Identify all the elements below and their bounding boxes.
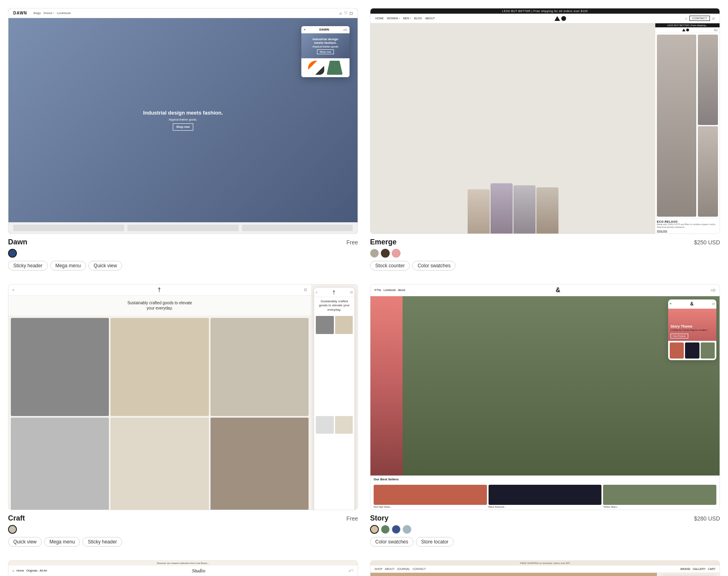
swatch-emerge-brown[interactable] xyxy=(381,249,390,258)
maker-hero-main: INTRODUCING Astrology and Zodiac Collect… xyxy=(370,573,657,576)
product-thumb-green xyxy=(327,61,343,75)
dawn-bottom-strip xyxy=(8,222,358,234)
story-mob-products xyxy=(668,341,716,360)
dawn-logo: DAWN xyxy=(13,11,27,15)
dawn-hero: Industrial design meets fashion. Atypica… xyxy=(8,18,358,222)
theme-card-emerge: LESS BUT BETTER | Free shipping for all … xyxy=(370,8,720,272)
craft-prod-6 xyxy=(211,418,309,510)
emerge-side-circle xyxy=(686,29,689,31)
emerge-hero-main xyxy=(370,23,655,234)
dawn-mobile-hero: Industrial designmeets fashion. Atypical… xyxy=(301,33,350,58)
emerge-title-row: Emerge $250 USD xyxy=(370,238,720,246)
emerge-price: $250 USD xyxy=(694,239,720,246)
swatch-story-green[interactable] xyxy=(381,525,390,534)
dawn-name: Dawn xyxy=(8,238,27,246)
emerge-side-announce: LESS BUT BETTER | Free shipping... xyxy=(655,23,720,27)
dawn-nav-links: Bags Shoes › Lookbook xyxy=(34,11,71,15)
emerge-models xyxy=(370,23,655,234)
theme-card-studio: Discover our newest collection from Leia… xyxy=(8,560,358,576)
craft-preview[interactable]: ⌕ † ◻ Sustainably crafted goods to eleva… xyxy=(8,284,358,510)
tag-mega-menu-craft[interactable]: Mega menu xyxy=(44,537,80,547)
dawn-nav-icons: ⌕ ♡ ◻ xyxy=(339,11,353,15)
maker-model-img: INTRODUCING Astrology and Zodiac Collect… xyxy=(370,573,657,576)
swatch-craft-warm[interactable] xyxy=(8,525,17,534)
story-model-red xyxy=(370,296,403,476)
emerge-swatches xyxy=(370,249,720,258)
craft-mobile-side: ⌕ † ◻ Sustainably crafted goods to eleva… xyxy=(314,288,354,510)
story-products-row: Red high Waist... Black Bodysuit... Yell… xyxy=(370,483,720,510)
emerge-name: Emerge xyxy=(370,238,397,246)
dawn-preview[interactable]: DAWN Bags Shoes › Lookbook ⌕ ♡ ◻ Industr… xyxy=(8,8,358,234)
story-best-sellers-label: Our Best Sellers xyxy=(370,476,720,483)
emerge-hero-side: LESS BUT BETTER | Free shipping... ≡ ◻ xyxy=(655,23,720,234)
cart-icon[interactable]: ◻ xyxy=(712,17,715,20)
studio-announce: Discover our newest collection from Leia… xyxy=(8,561,358,566)
craft-mob-prod-4 xyxy=(335,416,353,434)
story-prod-3: Yellow Sleev... xyxy=(603,485,716,508)
story-mob-nav: ≡ & ◻ xyxy=(668,299,716,309)
swatch-dawn-blue[interactable] xyxy=(8,249,17,258)
tag-sticky-header[interactable]: Sticky header xyxy=(8,261,48,271)
swatch-story-slate[interactable] xyxy=(403,525,411,534)
dawn-mobile-products xyxy=(301,58,350,77)
emerge-hero: LESS BUT BETTER | Free shipping... ≡ ◻ xyxy=(370,23,720,234)
craft-hero: Sustainably crafted goods to elevateyour… xyxy=(8,295,311,316)
studio-preview[interactable]: Discover our newest collection from Leia… xyxy=(8,560,358,576)
story-preview[interactable]: ≡ The Lookbook About & ⌕ ◻ Our Best Sell… xyxy=(370,284,720,510)
search-icon[interactable]: ⌕ xyxy=(685,17,687,20)
story-nav: ≡ The Lookbook About & ⌕ ◻ xyxy=(370,285,720,296)
story-prod-1: Red high Waist... xyxy=(374,485,487,508)
maker-preview[interactable]: FREE SHIPPING on domestic orders over $7… xyxy=(370,560,720,576)
emerge-model-4 xyxy=(536,187,558,234)
story-name: Story xyxy=(370,514,389,523)
emerge-side-logo xyxy=(682,29,689,31)
emerge-logo-triangle xyxy=(554,16,560,21)
tag-stock-counter[interactable]: Stock counter xyxy=(370,261,410,271)
theme-card-dawn: DAWN Bags Shoes › Lookbook ⌕ ♡ ◻ Industr… xyxy=(8,8,358,272)
craft-mob-hero: Sustainably crafted goods to elevate you… xyxy=(314,297,354,314)
story-models-row xyxy=(370,296,720,476)
emerge-info: Emerge $250 USD Stock counter Color swat… xyxy=(370,234,720,272)
cart-icon: ◻ xyxy=(304,288,307,291)
story-mobile-overlay: ≡ & ◻ Story Theme Limited by Femat Dagi … xyxy=(668,299,716,360)
swatch-emerge-pink[interactable] xyxy=(392,249,401,258)
maker-announce: FREE SHIPPING on domestic orders over $7… xyxy=(370,561,720,566)
contact-button[interactable]: CONTACT xyxy=(689,16,710,21)
emerge-model-2 xyxy=(491,183,513,234)
studio-logo: Studio xyxy=(192,568,205,574)
craft-mob-prod-3 xyxy=(316,416,334,434)
product-thumb-colorful xyxy=(308,61,324,75)
story-main-content: Our Best Sellers Red high Waist... Black… xyxy=(370,296,720,510)
tag-color-swatches[interactable]: Color swatches xyxy=(412,261,456,271)
story-logo: & xyxy=(556,287,560,294)
emerge-product-card: ECO-RELAXO Made with 100% GOTS and Bleu … xyxy=(655,218,720,234)
dawn-hero-text: Industrial design meets fashion. Atypica… xyxy=(143,110,223,130)
emerge-side-triangle xyxy=(682,29,685,31)
craft-info: Craft Free Quick view Mega menu Sticky h… xyxy=(8,510,358,548)
story-mob-hero: Story Theme Limited by Femat Dagi for mo… xyxy=(668,309,716,341)
emerge-preview[interactable]: LESS BUT BETTER | Free shipping for all … xyxy=(370,8,720,234)
tag-quick-view-craft[interactable]: Quick view xyxy=(8,537,42,547)
craft-prod-5 xyxy=(110,418,209,510)
craft-tags: Quick view Mega menu Sticky header xyxy=(8,537,358,547)
emerge-nav-right: ⌕ CONTACT ◻ xyxy=(685,16,715,21)
dawn-nav: DAWN Bags Shoes › Lookbook ⌕ ♡ ◻ xyxy=(8,8,358,18)
swatch-emerge-taupe[interactable] xyxy=(370,249,379,258)
search-icon-studio: ⌕ xyxy=(12,569,14,572)
dawn-price: Free xyxy=(346,239,358,246)
story-price: $280 USD xyxy=(694,515,720,522)
tag-mega-menu[interactable]: Mega menu xyxy=(50,261,86,271)
swatch-story-blue[interactable] xyxy=(392,525,401,534)
tag-sticky-header-craft[interactable]: Sticky header xyxy=(82,537,122,547)
tag-color-swatches-story[interactable]: Color swatches xyxy=(370,537,413,547)
craft-price: Free xyxy=(346,515,358,522)
craft-mob-prod-2 xyxy=(335,316,353,334)
emerge-side-models xyxy=(698,35,718,217)
swatch-story-tan[interactable] xyxy=(370,525,379,534)
tag-quick-view[interactable]: Quick view xyxy=(88,261,122,271)
maker-nav-right: BRAND GALLERY CART xyxy=(681,568,716,570)
emerge-side-model-sm-1 xyxy=(698,35,718,125)
tag-store-locator[interactable]: Store locator xyxy=(416,537,454,547)
theme-card-craft: ⌕ † ◻ Sustainably crafted goods to eleva… xyxy=(8,284,358,548)
emerge-nav-links: HOME WOMEN › MEN › BLOG ABOUT xyxy=(375,17,435,20)
